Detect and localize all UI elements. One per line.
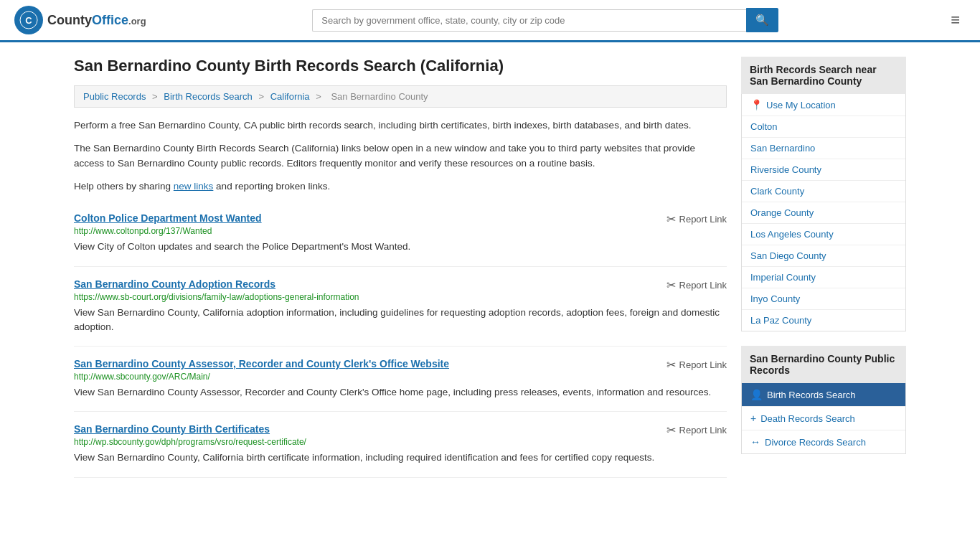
site-header: C CountyOffice.org 🔍 ≡ bbox=[0, 0, 980, 42]
nearby-orange-county[interactable]: Orange County bbox=[742, 202, 905, 224]
report-label: Report Link bbox=[679, 214, 727, 225]
nearby-clark-county[interactable]: Clark County bbox=[742, 181, 905, 202]
desc3-pre: Help others by sharing bbox=[74, 181, 174, 192]
menu-button[interactable]: ≡ bbox=[945, 8, 966, 32]
report-link-3[interactable]: ✂ Report Link bbox=[666, 358, 727, 372]
breadcrumb-sep-1: > bbox=[152, 91, 160, 102]
search-icon: 🔍 bbox=[755, 14, 769, 26]
nearby-riverside-county[interactable]: Riverside County bbox=[742, 159, 905, 181]
right-sidebar: Birth Records Search near San Bernardino… bbox=[741, 57, 906, 478]
result-url-2[interactable]: https://www.sb-court.org/divisions/famil… bbox=[74, 292, 727, 302]
result-desc-3: View San Bernardino County Assessor, Rec… bbox=[74, 385, 727, 400]
svg-text:C: C bbox=[25, 15, 32, 26]
result-title-3[interactable]: San Bernardino County Assessor, Recorder… bbox=[74, 358, 449, 369]
use-location-link[interactable]: 📍 Use My Location bbox=[750, 99, 897, 110]
use-location-label: Use My Location bbox=[766, 100, 836, 110]
desc3-post: and reporting broken links. bbox=[213, 181, 330, 192]
result-item: ✂ Report Link San Bernardino County Adop… bbox=[74, 267, 727, 347]
new-links-link[interactable]: new links bbox=[174, 181, 214, 192]
result-url-3[interactable]: http://www.sbcounty.gov/ARC/Main/ bbox=[74, 372, 727, 382]
report-label: Report Link bbox=[679, 280, 727, 291]
search-input[interactable] bbox=[312, 9, 746, 32]
breadcrumb-public-records[interactable]: Public Records bbox=[83, 91, 146, 102]
result-title-4[interactable]: San Bernardino County Birth Certificates bbox=[74, 423, 270, 435]
nearby-title: Birth Records Search near San Bernardino… bbox=[741, 57, 906, 94]
pubrecords-list: 👤 Birth Records Search + Death Records S… bbox=[741, 383, 906, 454]
description-1: Perform a free San Bernardino County, CA… bbox=[74, 118, 727, 133]
report-link-2[interactable]: ✂ Report Link bbox=[666, 278, 727, 292]
breadcrumb-sep-2: > bbox=[258, 91, 266, 102]
plus-icon: + bbox=[750, 413, 756, 424]
death-records-label: Death Records Search bbox=[760, 413, 855, 424]
nearby-imperial-county[interactable]: Imperial County bbox=[742, 267, 905, 288]
result-desc-1: View City of Colton updates and search t… bbox=[74, 240, 727, 254]
pubrecords-divorce[interactable]: ↔ Divorce Records Search bbox=[742, 430, 905, 453]
nearby-list: 📍 Use My Location Colton San Bernardino … bbox=[741, 94, 906, 331]
hamburger-icon: ≡ bbox=[951, 11, 960, 29]
logo-text: CountyOffice.org bbox=[47, 13, 146, 28]
left-content: San Bernardino County Birth Records Sear… bbox=[74, 57, 727, 478]
result-item: ✂ Report Link San Bernardino County Birt… bbox=[74, 412, 727, 477]
report-icon: ✂ bbox=[666, 423, 676, 437]
report-label: Report Link bbox=[679, 425, 727, 435]
description-3: Help others by sharing new links and rep… bbox=[74, 179, 727, 194]
breadcrumb-birth-records[interactable]: Birth Records Search bbox=[164, 91, 253, 102]
nearby-san-diego-county[interactable]: San Diego County bbox=[742, 245, 905, 267]
result-item: ✂ Report Link San Bernardino County Asse… bbox=[74, 347, 727, 412]
page-title: San Bernardino County Birth Records Sear… bbox=[74, 57, 727, 75]
birth-records-label: Birth Records Search bbox=[767, 390, 856, 400]
divorce-records-label: Divorce Records Search bbox=[765, 437, 866, 448]
report-link-4[interactable]: ✂ Report Link bbox=[666, 423, 727, 437]
result-item: ✂ Report Link Colton Police Department M… bbox=[74, 201, 727, 266]
description-2: The San Bernardino County Birth Records … bbox=[74, 141, 727, 171]
nearby-colton[interactable]: Colton bbox=[742, 116, 905, 138]
report-icon: ✂ bbox=[666, 358, 676, 372]
main-content: San Bernardino County Birth Records Sear… bbox=[60, 42, 920, 478]
breadcrumb-california[interactable]: California bbox=[270, 91, 310, 102]
nearby-san-bernardino[interactable]: San Bernardino bbox=[742, 138, 905, 159]
use-location-item[interactable]: 📍 Use My Location bbox=[742, 94, 905, 116]
report-icon: ✂ bbox=[666, 278, 676, 292]
result-title-2[interactable]: San Bernardino County Adoption Records bbox=[74, 278, 275, 290]
arrows-icon: ↔ bbox=[750, 436, 760, 448]
search-area: 🔍 bbox=[312, 8, 778, 32]
result-desc-2: View San Bernardino County, California a… bbox=[74, 306, 727, 335]
nearby-section: Birth Records Search near San Bernardino… bbox=[741, 57, 906, 331]
breadcrumb: Public Records > Birth Records Search > … bbox=[74, 85, 727, 108]
breadcrumb-county: San Bernardino County bbox=[331, 91, 428, 102]
nearby-inyo-county[interactable]: Inyo County bbox=[742, 288, 905, 310]
pubrecords-title: San Bernardino County Public Records bbox=[741, 346, 906, 383]
search-button[interactable]: 🔍 bbox=[746, 8, 778, 32]
pubrecords-section: San Bernardino County Public Records 👤 B… bbox=[741, 346, 906, 454]
report-icon: ✂ bbox=[666, 212, 676, 226]
results-list: ✂ Report Link Colton Police Department M… bbox=[74, 201, 727, 477]
person-icon: 👤 bbox=[750, 389, 763, 400]
result-title-1[interactable]: Colton Police Department Most Wanted bbox=[74, 212, 262, 224]
result-url-1[interactable]: http://www.coltonpd.org/137/Wanted bbox=[74, 226, 727, 236]
report-label: Report Link bbox=[679, 359, 727, 370]
breadcrumb-sep-3: > bbox=[316, 91, 324, 102]
pubrecords-death[interactable]: + Death Records Search bbox=[742, 407, 905, 430]
report-link-1[interactable]: ✂ Report Link bbox=[666, 212, 727, 226]
logo-icon: C bbox=[14, 6, 43, 34]
nearby-los-angeles-county[interactable]: Los Angeles County bbox=[742, 224, 905, 245]
logo[interactable]: C CountyOffice.org bbox=[14, 6, 146, 34]
nearby-la-paz-county[interactable]: La Paz County bbox=[742, 310, 905, 331]
location-pin-icon: 📍 bbox=[750, 99, 763, 110]
pubrecords-birth[interactable]: 👤 Birth Records Search bbox=[742, 383, 905, 407]
result-desc-4: View San Bernardino County, California b… bbox=[74, 451, 727, 465]
result-url-4[interactable]: http://wp.sbcounty.gov/dph/programs/vsro… bbox=[74, 437, 727, 447]
